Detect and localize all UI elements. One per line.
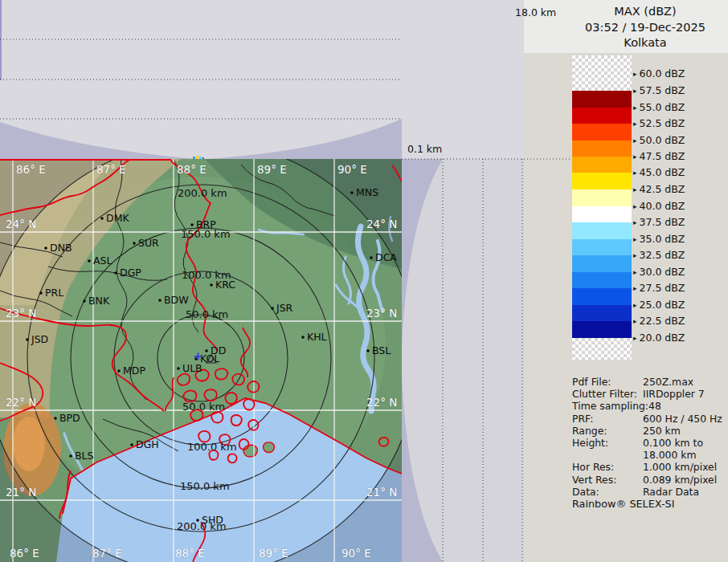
tick-arrow-icon: ▸ xyxy=(633,284,637,292)
legend-color-cell xyxy=(572,140,632,157)
station-dot xyxy=(271,307,274,310)
station-label: MNS xyxy=(356,186,378,198)
legend-tick-label: ▸35.0 dBZ xyxy=(633,233,685,245)
station-label: DMK xyxy=(106,212,129,224)
tick-arrow-icon: ▸ xyxy=(633,301,637,309)
metadata-row: Height:0.100 km to xyxy=(572,437,728,449)
legend-color-cell xyxy=(572,338,632,360)
metadata-row: Hor Res:1.000 km/pixel xyxy=(572,461,728,473)
station-dot xyxy=(177,367,180,370)
legend-tick-label: ▸47.5 dBZ xyxy=(633,150,685,162)
latitude-label: 24° N xyxy=(366,218,397,230)
legend-tick-label: ▸25.0 dBZ xyxy=(633,299,685,311)
station-label: BRP xyxy=(196,218,216,230)
station-dot xyxy=(26,338,29,341)
station-label: BSL xyxy=(372,344,391,356)
station-dot xyxy=(130,443,133,446)
station-label: JSD xyxy=(31,333,48,345)
max-height-label: 18.0 km xyxy=(515,6,556,18)
longitude-label: 87° E xyxy=(92,547,122,560)
range-ring-label: 50.0 km xyxy=(182,401,225,413)
station-label: JSR xyxy=(276,302,293,314)
legend-tick-label: ▸37.5 dBZ xyxy=(633,216,685,228)
range-ring-label: 100.0 km xyxy=(187,441,237,453)
station-dot xyxy=(366,349,370,352)
latitude-label: 22° N xyxy=(366,396,397,409)
range-ring-label: 200.0 km xyxy=(178,187,227,199)
legend-tick-label: ▸30.0 dBZ xyxy=(633,266,685,278)
station-label: SUR xyxy=(138,237,159,249)
longitude-label: 90° E xyxy=(337,163,367,176)
station-dot xyxy=(133,242,136,245)
right-projection-panel xyxy=(402,159,524,562)
station-dot xyxy=(54,417,57,420)
legend-color-cell xyxy=(572,288,632,305)
station-label: SHD xyxy=(202,514,223,526)
legend-tick-label: ▸50.0 dBZ xyxy=(633,134,685,146)
station-label: BNK xyxy=(88,295,110,307)
station-dot xyxy=(114,271,117,275)
latitude-label: 21° N xyxy=(6,486,36,499)
station-label: MDP xyxy=(123,364,145,377)
longitude-label: 88° E xyxy=(175,547,205,560)
top-projection-panel xyxy=(0,0,524,159)
product-metadata: Pdf File:250Z.maxClutter Filter:IIRDoppl… xyxy=(572,376,728,498)
panel-edge-strip xyxy=(0,0,2,80)
tick-arrow-icon: ▸ xyxy=(633,87,637,95)
legend-color-cell xyxy=(572,222,632,239)
station-dot xyxy=(69,454,72,458)
legend-color-cell xyxy=(572,189,632,206)
tick-arrow-icon: ▸ xyxy=(633,235,637,243)
station-dot xyxy=(83,299,86,303)
station-label: KHL xyxy=(307,331,327,343)
station-label: DGH xyxy=(136,438,159,450)
longitude-label: 89° E xyxy=(259,547,288,560)
station-dot xyxy=(370,256,373,259)
product-timestamp: 03:52 / 19-Dec-2025 xyxy=(562,20,728,36)
legend-color-cell xyxy=(572,173,632,189)
product-header: MAX (dBZ) 03:52 / 19-Dec-2025 Kolkata xyxy=(562,4,728,51)
legend-color-cell xyxy=(572,239,632,255)
range-ring-label: 50.0 km xyxy=(186,308,228,320)
metadata-row: Range:250 km xyxy=(572,425,728,437)
metadata-row: Vert Res:0.089 km/pixel xyxy=(572,474,728,486)
tick-arrow-icon: ▸ xyxy=(633,120,637,128)
latitude-label: 21° N xyxy=(366,486,397,499)
station-dot xyxy=(44,246,47,250)
station-label: BPD xyxy=(59,412,80,424)
station-dot xyxy=(210,283,213,287)
longitude-label: 89° E xyxy=(257,163,287,176)
station-label: BDW xyxy=(164,294,189,306)
legend-color-cell xyxy=(572,108,632,124)
longitude-label: 87° E xyxy=(96,163,126,176)
station-dot xyxy=(158,299,162,302)
tick-arrow-icon: ▸ xyxy=(633,169,637,177)
legend-color-cell xyxy=(572,91,632,108)
legend-tick-label: ▸20.0 dBZ xyxy=(633,332,685,344)
tick-arrow-icon: ▸ xyxy=(633,70,637,78)
tick-arrow-icon: ▸ xyxy=(633,317,637,325)
latitude-label: 22° N xyxy=(6,396,36,409)
latitude-label: 24° N xyxy=(6,218,36,230)
legend-tick-label: ▸27.5 dBZ xyxy=(633,282,685,294)
tick-arrow-icon: ▸ xyxy=(633,334,637,342)
station-label: PRL xyxy=(45,287,63,299)
station-label: KRC xyxy=(215,279,235,291)
legend-color-cell xyxy=(572,55,632,91)
station-dot xyxy=(194,357,198,360)
software-brand: Rainbow® SELEX-SI xyxy=(572,498,674,510)
tick-arrow-icon: ▸ xyxy=(633,185,637,193)
legend-color-cell xyxy=(572,157,632,173)
tick-arrow-icon: ▸ xyxy=(633,218,637,226)
legend-tick-label: ▸60.0 dBZ xyxy=(633,67,685,79)
station-dot xyxy=(350,191,354,194)
legend-color-cell xyxy=(572,124,632,140)
metadata-row: Clutter Filter:IIRDoppler 7 xyxy=(572,388,728,400)
metadata-row: Time sampling:48 xyxy=(572,400,728,412)
legend-color-cell xyxy=(572,255,632,272)
legend-color-cell xyxy=(572,206,632,222)
station-dot xyxy=(100,217,104,220)
legend-tick-label: ▸55.0 dBZ xyxy=(633,101,685,113)
legend-tick-label: ▸40.0 dBZ xyxy=(633,200,685,212)
tick-arrow-icon: ▸ xyxy=(633,268,637,276)
